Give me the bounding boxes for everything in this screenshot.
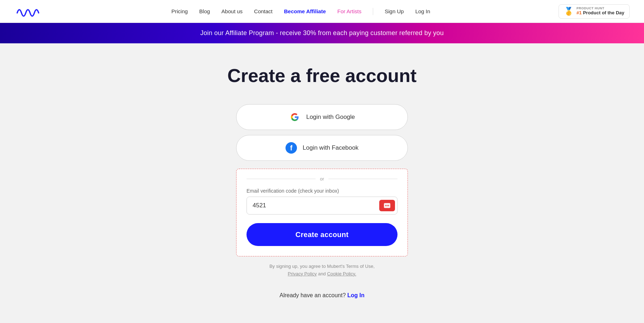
nav-about[interactable]: About us bbox=[221, 8, 243, 14]
product-hunt-medal-icon: 🥇 bbox=[564, 7, 574, 16]
login-google-button[interactable]: Login with Google bbox=[236, 104, 408, 130]
main-nav: Pricing Blog About us Contact Become Aff… bbox=[171, 8, 430, 15]
email-input-wrapper bbox=[247, 197, 397, 214]
terms-text: By signing up, you agree to Mubert's Ter… bbox=[269, 263, 375, 278]
login-link[interactable]: Log In bbox=[347, 292, 365, 298]
or-divider: or bbox=[247, 176, 397, 182]
affiliate-banner[interactable]: Join our Affiliate Program - receive 30%… bbox=[0, 23, 644, 43]
sms-icon-button[interactable] bbox=[379, 200, 395, 211]
divider-line-right bbox=[328, 179, 397, 179]
facebook-icon: f bbox=[286, 142, 297, 154]
svg-point-2 bbox=[387, 205, 388, 206]
divider-line-left bbox=[247, 179, 316, 179]
header: Pricing Blog About us Contact Become Aff… bbox=[0, 0, 644, 23]
create-account-button[interactable]: Create account bbox=[247, 223, 397, 246]
email-field-label: Email verification code (check your inbo… bbox=[247, 188, 397, 194]
nav-login[interactable]: Log In bbox=[415, 8, 430, 14]
login-facebook-button[interactable]: f Login with Facebook bbox=[236, 135, 408, 161]
nav-divider bbox=[373, 8, 373, 15]
privacy-policy-link[interactable]: Privacy Policy bbox=[288, 271, 317, 276]
nav-signup[interactable]: Sign Up bbox=[385, 8, 404, 14]
auth-section: Login with Google f Login with Facebook … bbox=[234, 104, 410, 299]
product-hunt-badge[interactable]: 🥇 PRODUCT HUNT #1 Product of the Day bbox=[558, 4, 630, 19]
logo[interactable] bbox=[14, 5, 43, 18]
nav-blog[interactable]: Blog bbox=[199, 8, 210, 14]
email-section: or Email verification code (check your i… bbox=[236, 169, 408, 256]
product-hunt-text: PRODUCT HUNT #1 Product of the Day bbox=[576, 7, 624, 15]
google-icon bbox=[289, 111, 301, 123]
cookie-policy-link[interactable]: Cookie Policy. bbox=[327, 271, 356, 276]
login-facebook-label: Login with Facebook bbox=[303, 144, 358, 151]
main-content: Create a free account Login with Google … bbox=[0, 43, 644, 313]
login-prompt: Already have an account? Log In bbox=[279, 292, 364, 299]
create-account-label: Create account bbox=[296, 231, 349, 238]
product-hunt-title: #1 Product of the Day bbox=[576, 10, 624, 15]
nav-become-affiliate[interactable]: Become Affiliate bbox=[284, 8, 326, 14]
banner-text: Join our Affiliate Program - receive 30%… bbox=[200, 29, 444, 37]
nav-pricing[interactable]: Pricing bbox=[171, 8, 188, 14]
svg-point-1 bbox=[385, 205, 386, 206]
login-google-label: Login with Google bbox=[306, 114, 355, 121]
page-title: Create a free account bbox=[228, 65, 417, 86]
email-input[interactable] bbox=[247, 197, 377, 214]
or-text: or bbox=[320, 176, 324, 182]
svg-point-3 bbox=[388, 205, 389, 206]
nav-for-artists[interactable]: For Artists bbox=[337, 8, 362, 14]
nav-contact[interactable]: Contact bbox=[254, 8, 273, 14]
